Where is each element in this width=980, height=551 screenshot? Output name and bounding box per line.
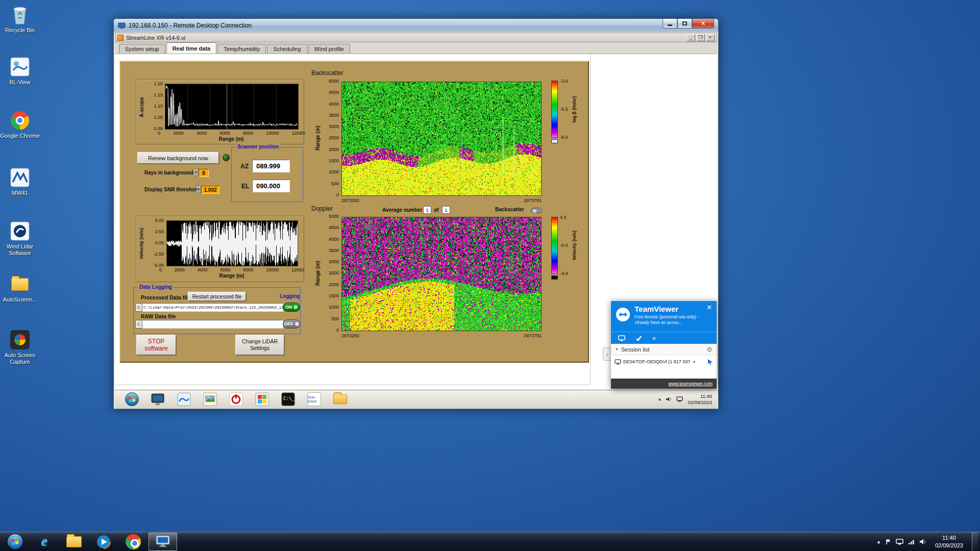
desktop-icon-recycle-bin[interactable]: Recycle Bin xyxy=(0,4,40,34)
tick-label: 0 xyxy=(159,267,162,272)
tab-wind-profile[interactable]: Wind profile xyxy=(308,44,350,54)
app-titlebar[interactable]: StreamLine XR v14-6.vi _ ❐ × xyxy=(115,33,717,42)
desktop-icon-auto-screen-capture[interactable]: Auto Screen Capture xyxy=(0,329,40,365)
taskbar: e ▲ 11:40 02/09/2023 xyxy=(0,532,980,551)
tab-scheduling[interactable]: Scheduling xyxy=(267,44,307,54)
teamviewer-collapse-tab[interactable]: › xyxy=(603,347,611,361)
close-button[interactable]: ✕ xyxy=(692,19,714,29)
remote-clock[interactable]: 11:40 02/09/2023 xyxy=(688,393,712,406)
tick-label: 4000 xyxy=(197,131,207,136)
network-icon[interactable] xyxy=(908,539,915,545)
taskbar-remote-desktop-active[interactable] xyxy=(149,533,177,551)
teamviewer-close-icon[interactable]: ✕ xyxy=(706,304,712,311)
chevron-down-icon[interactable]: ▼ xyxy=(692,360,696,364)
raw-logging-toggle[interactable]: OFF xyxy=(283,319,300,329)
raw-path-input[interactable] xyxy=(142,320,283,329)
remote-blview-app-icon[interactable] xyxy=(176,392,191,407)
rdp-titlebar[interactable]: 192.168.0.150 - Remote Desktop Connectio… xyxy=(114,19,718,32)
tick-label: 4000 xyxy=(329,102,339,107)
clock[interactable]: 11:40 02/09/2023 xyxy=(931,534,967,549)
hidden-icons-arrow[interactable]: ▲ xyxy=(876,539,881,544)
az-label: AZ xyxy=(240,163,249,170)
desktop-icon-google-chrome[interactable]: Google Chrome xyxy=(0,110,40,139)
backscatter-toggle[interactable] xyxy=(531,208,542,213)
remote-xp-app-icon[interactable] xyxy=(254,392,270,407)
doppler-colorbar-underflow xyxy=(551,276,558,280)
backscatter-colorbar xyxy=(551,81,558,138)
desktop-icon-autoscreen[interactable]: AutoScreen... xyxy=(0,273,40,303)
minimize-button[interactable] xyxy=(663,19,677,29)
start-button[interactable] xyxy=(1,533,29,551)
stop-software-button[interactable]: STOP software xyxy=(136,335,176,355)
el-value-field[interactable]: 090.000 xyxy=(252,180,290,192)
collapse-icon[interactable]: « xyxy=(652,335,656,342)
average-total-value[interactable]: 1 xyxy=(442,206,450,214)
remote-hidden-icons-arrow[interactable]: ▲ xyxy=(658,397,662,402)
rdp-tray-icon[interactable] xyxy=(896,539,903,545)
teamviewer-website-link[interactable]: www.teamviewer.com xyxy=(611,379,717,389)
media-player-icon xyxy=(96,534,111,549)
remote-volume-icon[interactable] xyxy=(666,396,672,402)
connect-cursor-icon[interactable] xyxy=(707,359,713,365)
remote-start-button[interactable] xyxy=(124,392,139,407)
remote-power-off-icon[interactable] xyxy=(228,392,243,407)
maximize-button[interactable] xyxy=(677,19,692,29)
tick-label: 1.05 xyxy=(154,115,163,120)
session-computer-row[interactable]: DESKTOP-OE0QDVI (1 817 937 ▼ xyxy=(611,355,717,368)
app-close-button[interactable]: × xyxy=(706,34,715,41)
computers-contacts-icon[interactable] xyxy=(618,335,625,341)
action-center-flag-icon[interactable] xyxy=(886,539,891,545)
x-start-label: 2973282 xyxy=(341,333,359,338)
app-minimize-button[interactable]: _ xyxy=(687,34,695,41)
ascope-graph: A-scope 1.201.151.101.050.99 02000400060… xyxy=(136,79,304,144)
tab-real-time-data[interactable]: Real time data xyxy=(166,42,217,54)
ascope-xlabel: Range (m) xyxy=(165,136,298,142)
remote-folder-icon[interactable] xyxy=(332,392,348,407)
session-list-row[interactable]: ▼ Session list xyxy=(611,344,717,355)
tick-label: 1500 xyxy=(329,293,339,298)
average-number-value[interactable]: 1 xyxy=(423,206,431,214)
remote-time: 11:40 xyxy=(688,393,712,399)
processed-path-input[interactable]: C:\Lidar\Data\Proc\2023\202309\20230902\… xyxy=(142,303,283,312)
rays-spinner[interactable]: ▲▼ xyxy=(193,169,198,177)
snr-spinner[interactable]: ▲▼ xyxy=(196,186,201,193)
tick-label: 2000 xyxy=(173,131,183,136)
tick-label: 6000 xyxy=(220,267,230,272)
show-desktop-button[interactable] xyxy=(972,532,978,551)
remote-command-prompt-icon[interactable]: C:\_ xyxy=(280,392,296,407)
remote-network-icon[interactable] xyxy=(676,396,683,402)
chrome-icon xyxy=(126,534,141,549)
desktop-icon-wind-lidar-software[interactable]: Wind Lidar Software xyxy=(0,220,40,256)
remote-image-viewer-icon[interactable] xyxy=(202,392,217,407)
az-value-field[interactable]: 089.999 xyxy=(252,160,290,172)
path-browse-icon[interactable]: C xyxy=(135,320,142,329)
taskbar-file-explorer[interactable] xyxy=(60,533,88,551)
desktop-icon-label: Auto Screen Capture xyxy=(0,352,40,365)
tab-temp-humidity[interactable]: Temp/humidity xyxy=(217,44,266,54)
renew-background-button[interactable]: Renew background now xyxy=(137,152,219,164)
desktop-icon-bl-view[interactable]: BL-View xyxy=(0,56,40,86)
gear-icon[interactable] xyxy=(706,346,713,353)
data-logging-title: Data Logging xyxy=(138,284,174,290)
desktop-icon-mw41[interactable]: MW41 xyxy=(0,167,40,196)
taskbar-media-player[interactable] xyxy=(89,533,118,551)
rays-in-background-value[interactable]: 8 xyxy=(199,169,209,177)
backscatter-ylabel: Range (m) xyxy=(315,115,321,161)
app-restore-button[interactable]: ❐ xyxy=(696,34,705,41)
change-settings-label: Change LiDAR xyxy=(242,338,278,345)
restart-processed-file-button[interactable]: Restart processed file xyxy=(188,292,246,301)
connect-icon[interactable] xyxy=(635,335,642,341)
volume-icon[interactable] xyxy=(919,539,926,545)
taskbar-chrome[interactable] xyxy=(119,533,148,551)
remote-scan-scheduler-icon[interactable]: Scan sched xyxy=(306,392,322,407)
remote-monitor-app-icon[interactable] xyxy=(150,392,165,407)
change-lidar-settings-button[interactable]: Change LiDAR Settings xyxy=(235,335,284,355)
taskbar-internet-explorer[interactable]: e xyxy=(30,533,59,551)
doppler-yticks: 5000450040003500300025002000150010005000 xyxy=(324,214,339,333)
scan-sched-label: Scan sched xyxy=(308,395,321,404)
processed-logging-toggle[interactable]: ON xyxy=(283,303,300,312)
ascope-ylabel: A-scope xyxy=(139,92,144,122)
path-browse-icon[interactable]: C xyxy=(135,303,142,312)
tab-system-setup[interactable]: System setup xyxy=(119,44,165,54)
display-snr-threshold-value[interactable]: 1.002 xyxy=(201,186,219,194)
